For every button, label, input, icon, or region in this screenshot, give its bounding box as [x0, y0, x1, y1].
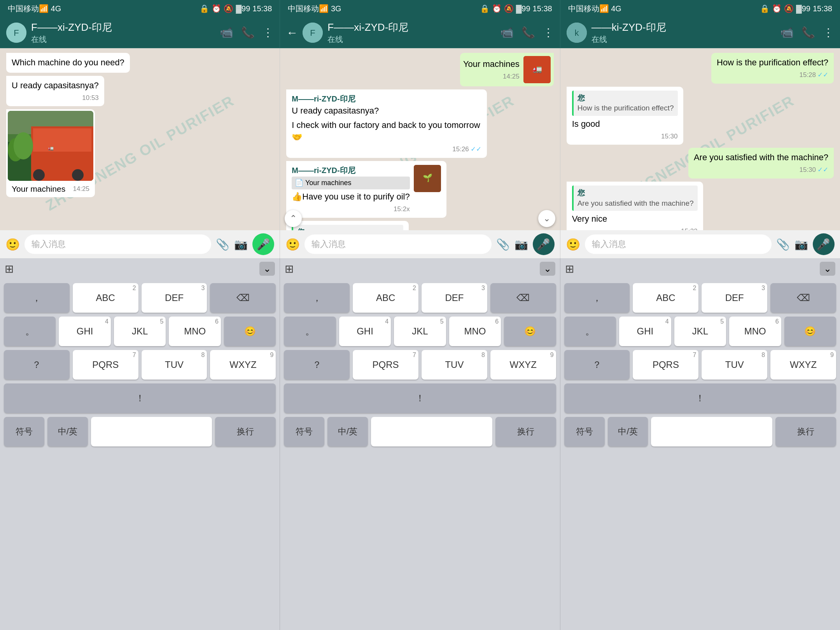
key-jkl-1[interactable]: 5JKL — [114, 317, 166, 346]
key-def-1[interactable]: 3DEF — [142, 283, 207, 313]
message-input-2[interactable]: 输入消息 — [304, 234, 491, 254]
key-pqrs-3[interactable]: 7PQRS — [633, 350, 698, 380]
key-ghi-1[interactable]: 4GHI — [59, 317, 110, 346]
key-ghi-3[interactable]: 4GHI — [619, 317, 671, 346]
key-huanhang-1[interactable]: 换行 — [215, 417, 276, 446]
mic-button-1[interactable]: 🎤 — [252, 233, 274, 255]
key-huanhang-3[interactable]: 换行 — [775, 417, 836, 446]
back-icon-2[interactable]: ← — [286, 26, 298, 39]
camera-button-2[interactable]: 📷 — [514, 238, 528, 251]
key-backspace-2[interactable]: ⌫ — [490, 283, 556, 313]
key-dot-2[interactable]: 。 — [284, 317, 336, 346]
emoji-button-2[interactable]: 🙂 — [285, 238, 300, 251]
phone-icon-3[interactable]: 📞 — [802, 26, 815, 39]
key-pqrs-2[interactable]: 7PQRS — [353, 350, 418, 380]
key-abc-1[interactable]: 2ABC — [73, 283, 138, 313]
phone-icon-2[interactable]: 📞 — [522, 26, 535, 39]
video-call-icon-3[interactable]: 📹 — [780, 26, 794, 39]
scroll-down-arrow-2[interactable]: ⌄ — [538, 210, 555, 227]
key-jkl-3[interactable]: 5JKL — [674, 317, 726, 346]
emoji-button-1[interactable]: 🙂 — [5, 238, 20, 251]
phone-icon-1[interactable]: 📞 — [241, 26, 255, 39]
key-question-1[interactable]: ？ — [4, 350, 70, 380]
key-wxyz-2[interactable]: 9WXYZ — [490, 350, 556, 380]
key-emoji-3[interactable]: 😊 — [784, 317, 836, 346]
key-fuhao-2[interactable]: 符号 — [284, 417, 324, 446]
avatar-3[interactable]: k — [567, 23, 587, 43]
key-dot-3[interactable]: 。 — [564, 317, 616, 346]
collapse-icon-1[interactable]: ⌄ — [259, 262, 275, 276]
key-exclaim-2[interactable]: ！ — [284, 383, 556, 413]
key-abc-2[interactable]: 2ABC — [353, 283, 418, 313]
key-abc-3[interactable]: 2ABC — [633, 283, 698, 313]
camera-button-1[interactable]: 📷 — [234, 238, 248, 251]
key-jkl-2[interactable]: 5JKL — [394, 317, 446, 346]
key-space-1[interactable] — [91, 417, 212, 446]
key-question-3[interactable]: ？ — [564, 350, 630, 380]
more-icon-1[interactable]: ⋮ — [262, 26, 273, 39]
video-call-icon-2[interactable]: 📹 — [500, 26, 514, 39]
key-mno-1[interactable]: 6MNO — [169, 317, 220, 346]
collapse-icon-3[interactable]: ⌄ — [820, 262, 835, 276]
key-num: 3 — [201, 285, 205, 292]
message-input-1[interactable]: 输入消息 — [24, 234, 211, 254]
key-comma-1[interactable]: ， — [4, 283, 70, 313]
mic-button-2[interactable]: 🎤 — [533, 233, 555, 255]
key-question-2[interactable]: ？ — [284, 350, 350, 380]
key-emoji-2[interactable]: 😊 — [504, 317, 556, 346]
avatar-1[interactable]: F — [6, 23, 26, 43]
key-mno-3[interactable]: 6MNO — [729, 317, 781, 346]
key-space-3[interactable] — [651, 417, 772, 446]
key-huanhang-2[interactable]: 换行 — [495, 417, 556, 446]
key-tuv-1[interactable]: 8TUV — [142, 350, 207, 380]
key-fuhao-3[interactable]: 符号 — [564, 417, 605, 446]
more-icon-2[interactable]: ⋮ — [543, 26, 554, 39]
key-zhongeng-1[interactable]: 中/英 — [47, 417, 88, 446]
key-row-4: ！ — [564, 383, 836, 413]
key-tuv-3[interactable]: 8TUV — [702, 350, 767, 380]
key-exclaim-3[interactable]: ！ — [564, 383, 836, 413]
time-2: 15:38 — [533, 4, 552, 13]
emoji-button-3[interactable]: 🙂 — [566, 238, 580, 251]
key-space-2[interactable] — [371, 417, 492, 446]
more-icon-3[interactable]: ⋮ — [823, 26, 834, 39]
key-zhongeng-3[interactable]: 中/英 — [608, 417, 648, 446]
attach-button-3[interactable]: 📎 — [776, 238, 790, 251]
key-dot-1[interactable]: 。 — [4, 317, 56, 346]
messages-1: Which machine do you need? U ready capas… — [0, 48, 280, 230]
msg-row-image: 🚛 Your machines 14:25 — [6, 109, 273, 197]
key-comma-2[interactable]: ， — [284, 283, 350, 313]
message-input-3[interactable]: 输入消息 — [585, 234, 772, 254]
grid-icon-2[interactable]: ⊞ — [285, 262, 294, 275]
key-label: GHI — [77, 326, 93, 337]
mic-button-3[interactable]: 🎤 — [813, 233, 835, 255]
key-num: 5 — [440, 318, 444, 325]
video-call-icon-1[interactable]: 📹 — [220, 26, 233, 39]
key-wxyz-3[interactable]: 9WXYZ — [770, 350, 836, 380]
key-exclaim-1[interactable]: ！ — [4, 383, 276, 413]
scroll-up-arrow-2[interactable]: ⌃ — [285, 210, 302, 227]
key-comma-3[interactable]: ， — [564, 283, 630, 313]
avatar-2[interactable]: F — [303, 23, 323, 43]
key-def-2[interactable]: 3DEF — [422, 283, 487, 313]
key-tuv-2[interactable]: 8TUV — [422, 350, 487, 380]
key-zhongeng-2[interactable]: 中/英 — [327, 417, 368, 446]
key-backspace-3[interactable]: ⌫ — [770, 283, 836, 313]
key-pqrs-1[interactable]: 7PQRS — [73, 350, 138, 380]
key-wxyz-1[interactable]: 9WXYZ — [210, 350, 276, 380]
grid-icon-3[interactable]: ⊞ — [565, 262, 574, 275]
key-fuhao-1[interactable]: 符号 — [4, 417, 44, 446]
key-ghi-2[interactable]: 4GHI — [339, 317, 391, 346]
grid-icon-1[interactable]: ⊞ — [5, 262, 14, 275]
carrier-1: 中国移动📶 4G — [8, 4, 61, 14]
collapse-icon-2[interactable]: ⌄ — [540, 262, 555, 276]
key-num: 3 — [481, 285, 485, 292]
attach-button-1[interactable]: 📎 — [216, 238, 229, 251]
contact-name-2: F——xi-ZYD-印尼 — [327, 21, 495, 34]
attach-button-2[interactable]: 📎 — [496, 238, 510, 251]
key-mno-2[interactable]: 6MNO — [449, 317, 501, 346]
key-def-3[interactable]: 3DEF — [702, 283, 767, 313]
key-emoji-1[interactable]: 😊 — [224, 317, 276, 346]
camera-button-3[interactable]: 📷 — [794, 238, 808, 251]
key-backspace-1[interactable]: ⌫ — [210, 283, 276, 313]
